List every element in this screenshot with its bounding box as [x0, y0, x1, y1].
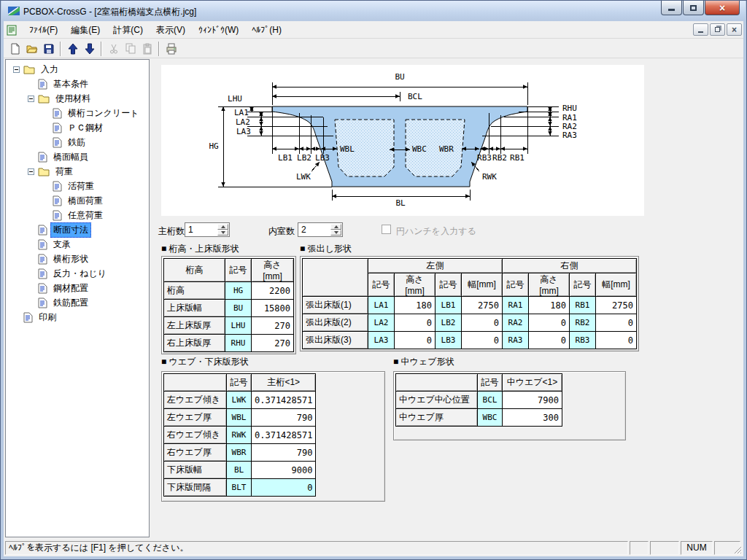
- menu-item-help[interactable]: ﾍﾙﾌﾟ(H): [245, 21, 288, 39]
- mdi-restore-button[interactable]: [710, 23, 725, 36]
- mdi-close-button[interactable]: ×: [727, 23, 742, 36]
- tree-item-basic-conditions[interactable]: 基本条件: [6, 77, 149, 91]
- girder-count-stepper[interactable]: 1: [185, 222, 230, 237]
- value-cell[interactable]: 0: [596, 332, 637, 349]
- tree-item-bearings[interactable]: 支承: [6, 237, 149, 252]
- column-header-cell-right: 右側: [503, 259, 637, 273]
- tree-item-label: 横桁コンクリート: [65, 106, 142, 121]
- collapse-expander-icon[interactable]: [13, 66, 20, 73]
- tree-item-rebar[interactable]: 鉄筋: [6, 135, 149, 149]
- symbol-cell: WBR: [227, 444, 252, 462]
- open-file-button[interactable]: [23, 40, 40, 57]
- value-cell[interactable]: 0: [462, 332, 503, 349]
- tree-item-crossbeam-concrete[interactable]: 横桁コンクリート: [6, 106, 149, 120]
- tree-item-deck-load[interactable]: 橋面荷重: [6, 193, 149, 208]
- round-haunch-checkbox[interactable]: [382, 225, 391, 234]
- new-file-button[interactable]: [7, 40, 23, 57]
- symbol-cell: RA1: [503, 297, 529, 314]
- new-file-icon: [9, 43, 21, 55]
- symbol-cell: LA3: [368, 332, 395, 349]
- value-cell[interactable]: 790: [252, 444, 316, 462]
- resize-grip[interactable]: [733, 545, 743, 555]
- move-down-button[interactable]: [81, 40, 98, 57]
- table-row: 下床版幅 BL 9000: [164, 462, 316, 479]
- section-title-center-web: ■ 中ウェブ形状: [393, 356, 454, 368]
- value-cell[interactable]: 0: [462, 314, 503, 332]
- tree-item-reaction-torsion[interactable]: 反力・ねじり: [6, 266, 149, 281]
- paste-button[interactable]: [139, 40, 155, 57]
- tree-item-materials[interactable]: 使用材料: [6, 91, 149, 106]
- menu-item-edit[interactable]: 編集(E): [64, 21, 107, 39]
- mdi-minimize-button[interactable]: [693, 23, 708, 36]
- tree-item-label: 反力・ねじり: [50, 266, 109, 281]
- row-header-cell: 下床版幅: [164, 462, 227, 479]
- menu-item-view[interactable]: 表示(V): [150, 21, 192, 39]
- tree-item-steel-arrangement[interactable]: 鋼材配置: [6, 281, 149, 295]
- column-header-cell: 幅[mm]: [462, 273, 503, 297]
- tree-item-label: 横桁形状: [50, 252, 91, 267]
- value-cell[interactable]: 180: [529, 297, 570, 314]
- tree-item-crossbeam-shape[interactable]: 横桁形状: [6, 252, 149, 266]
- cut-button[interactable]: [105, 40, 122, 57]
- spin-down-button[interactable]: [217, 230, 228, 236]
- value-cell[interactable]: 790: [252, 409, 316, 427]
- value-cell[interactable]: 0: [395, 314, 436, 332]
- value-cell[interactable]: 15800: [252, 300, 294, 317]
- document-system-icon[interactable]: [7, 24, 18, 36]
- label-la2: LA2: [236, 117, 250, 127]
- save-floppy-icon: [43, 43, 55, 55]
- spin-up-button[interactable]: [330, 224, 341, 230]
- tree-item-loads[interactable]: 荷重: [6, 164, 149, 179]
- value-cell[interactable]: 0.371428571: [252, 427, 316, 444]
- print-button[interactable]: [163, 40, 179, 57]
- value-cell[interactable]: 2200: [252, 282, 294, 300]
- label-lb2: LB2: [297, 153, 311, 163]
- value-cell[interactable]: 2750: [462, 297, 503, 314]
- move-up-button[interactable]: [64, 40, 81, 57]
- tree-item-input[interactable]: 入力: [6, 62, 149, 77]
- tree-item-label: 印刷: [36, 310, 59, 325]
- cell-count-stepper[interactable]: 2: [298, 222, 343, 237]
- tree-item-rebar-arrangement[interactable]: 鉄筋配置: [6, 295, 149, 310]
- value-cell[interactable]: 2750: [596, 297, 637, 314]
- label-rb2: RB2: [492, 153, 507, 163]
- tree-item-arbitrary-load[interactable]: 任意荷重: [6, 208, 149, 222]
- copy-button[interactable]: [122, 40, 139, 57]
- value-cell[interactable]: 0: [395, 332, 436, 349]
- save-button[interactable]: [40, 40, 57, 57]
- column-header-cell: 高さ[mm]: [529, 273, 570, 297]
- minimize-button[interactable]: [661, 1, 682, 15]
- value-cell[interactable]: 7900: [503, 392, 562, 409]
- value-cell[interactable]: 180: [395, 297, 436, 314]
- spin-down-button[interactable]: [330, 230, 341, 236]
- value-cell[interactable]: 9000: [252, 462, 316, 479]
- close-button[interactable]: ×: [705, 1, 740, 15]
- row-header-cell: 右ウエブ傾き: [164, 427, 227, 444]
- tree-item-deck-width[interactable]: 橋面幅員: [6, 149, 149, 164]
- spin-up-button[interactable]: [217, 224, 228, 230]
- collapse-expander-icon[interactable]: [28, 168, 34, 175]
- document-icon: [38, 298, 47, 308]
- menu-item-calc[interactable]: 計算(C): [107, 21, 150, 39]
- table-row: 左ウエブ傾き LWK 0.371428571: [164, 392, 316, 409]
- menu-item-window[interactable]: ｳｨﾝﾄﾞｳ(W): [192, 21, 245, 39]
- tree-item-live-load[interactable]: 活荷重: [6, 179, 149, 193]
- value-cell[interactable]: 270: [252, 335, 294, 352]
- maximize-button[interactable]: [683, 1, 704, 15]
- column-header-cell: 記号: [436, 273, 462, 297]
- girder-table: 桁高 記号 高さ[mm] 桁高 HG 2200 上床版幅 BU 1580: [163, 258, 294, 352]
- menu-item-file[interactable]: ﾌｧｲﾙ(F): [23, 21, 64, 39]
- symbol-cell: RB1: [570, 297, 596, 314]
- triangle-up-icon: [334, 223, 338, 228]
- collapse-expander-icon[interactable]: [28, 96, 34, 102]
- value-cell[interactable]: 0: [596, 314, 637, 332]
- status-num-indicator: NUM: [681, 541, 713, 555]
- tree-item-section-dimensions[interactable]: 断面寸法: [6, 222, 149, 237]
- tree-item-print[interactable]: 印刷: [6, 310, 149, 324]
- value-cell[interactable]: 0: [529, 314, 570, 332]
- value-cell[interactable]: 0.371428571: [252, 392, 316, 409]
- value-cell[interactable]: 270: [252, 317, 294, 335]
- value-cell[interactable]: 0: [529, 332, 570, 349]
- tree-item-pc-steel[interactable]: ＰＣ鋼材: [6, 120, 149, 135]
- value-cell[interactable]: 300: [503, 409, 562, 427]
